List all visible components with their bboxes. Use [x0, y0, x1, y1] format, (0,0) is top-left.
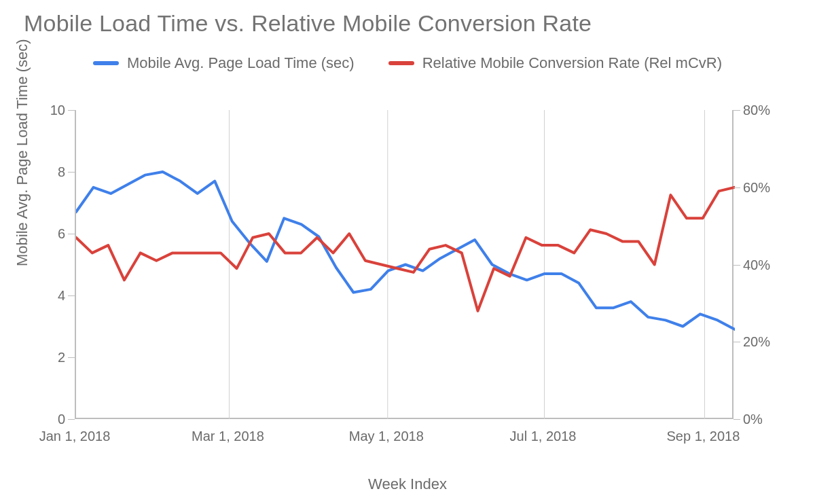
- legend-label-series1: Mobile Avg. Page Load Time (sec): [127, 54, 355, 72]
- y-left-tick-mark: [68, 419, 75, 420]
- legend-label-series2: Relative Mobile Conversion Rate (Rel mCv…: [422, 54, 722, 72]
- y-right-tick-label: 80%: [743, 103, 770, 117]
- legend-swatch-blue: [93, 61, 119, 65]
- y-left-tick-label: 6: [58, 227, 65, 240]
- y-left-tick-label: 2: [58, 350, 65, 364]
- y-axis-left-title: Mobile Avg. Page Load Time (sec): [14, 39, 31, 266]
- y-right-tick-mark: [734, 265, 740, 266]
- y-right-tick-mark: [734, 110, 740, 111]
- y-left-tick-mark: [68, 357, 75, 358]
- x-tick-label: Mar 1, 2018: [192, 429, 264, 444]
- y-right-tick-label: 60%: [743, 181, 770, 194]
- x-tick-label: Jan 1, 2018: [39, 429, 111, 444]
- y-right-tick-label: 40%: [743, 258, 770, 272]
- legend-item-series2: Relative Mobile Conversion Rate (Rel mCv…: [388, 54, 722, 72]
- plot-area: [75, 110, 734, 419]
- y-left-tick-label: 0: [58, 412, 65, 426]
- y-left-tick-label: 8: [58, 165, 65, 179]
- y-left-tick-mark: [68, 172, 75, 173]
- y-left-tick-label: 4: [58, 289, 65, 302]
- y-left-tick-mark: [68, 295, 75, 296]
- x-tick-label: May 1, 2018: [349, 429, 424, 444]
- y-left-tick-mark: [68, 234, 75, 234]
- y-right-tick-mark: [734, 342, 740, 342]
- legend: Mobile Avg. Page Load Time (sec) Relativ…: [0, 54, 815, 72]
- x-axis-title: Week Index: [368, 475, 447, 493]
- x-tick-label: Sep 1, 2018: [666, 429, 740, 444]
- y-left-tick-label: 10: [50, 103, 65, 117]
- legend-swatch-red: [388, 61, 414, 65]
- y-right-tick-mark: [734, 419, 740, 420]
- chart-title: Mobile Load Time vs. Relative Mobile Con…: [24, 10, 592, 37]
- legend-item-series1: Mobile Avg. Page Load Time (sec): [93, 54, 355, 72]
- y-right-tick-label: 0%: [743, 412, 763, 426]
- y-left-tick-mark: [68, 110, 75, 111]
- chart-container: Mobile Load Time vs. Relative Mobile Con…: [0, 0, 815, 504]
- line-series1: [76, 172, 735, 329]
- line-series2: [76, 187, 735, 311]
- y-right-tick-label: 20%: [743, 335, 770, 348]
- chart-lines-svg: [76, 110, 735, 419]
- y-right-tick-mark: [734, 187, 740, 188]
- x-tick-label: Jul 1, 2018: [510, 429, 577, 444]
